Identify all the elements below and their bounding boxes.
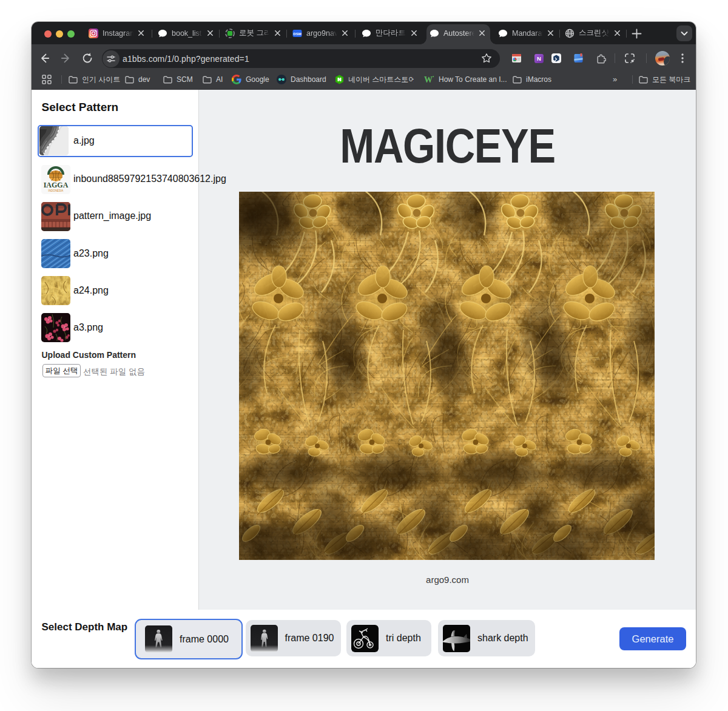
svg-text:DSM: DSM (293, 32, 301, 35)
svg-text:IAGGA: IAGGA (43, 181, 68, 189)
svg-text:N: N (537, 55, 541, 62)
svg-text:W: W (424, 75, 433, 84)
svg-text:INDONESIA: INDONESIA (48, 189, 63, 192)
